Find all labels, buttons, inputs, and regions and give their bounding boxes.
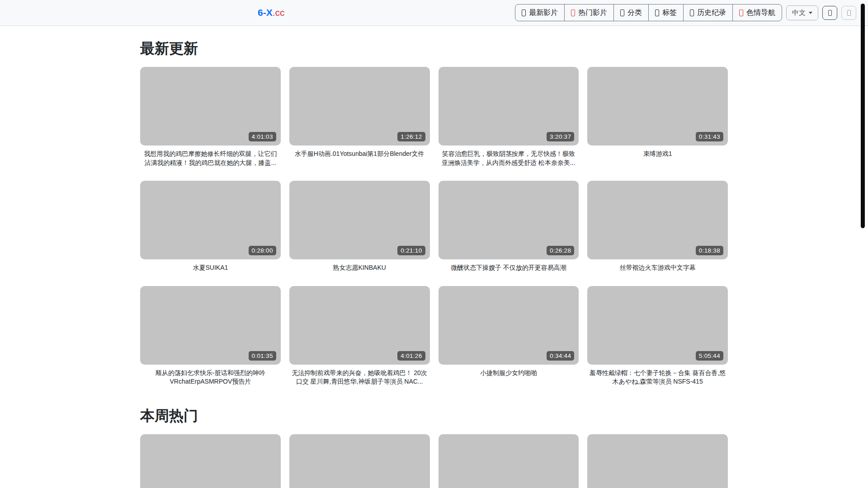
duration-badge: 4:01:26 — [397, 351, 425, 361]
video-title[interactable]: 无法抑制前戏带来的兴奋，她吸吮着鸡巴！ 20次口交 星川舞,青田悠华,神坂朋子等… — [289, 369, 430, 386]
video-thumbnail[interactable]: 0:01:35 — [140, 286, 281, 365]
chevron-down-icon — [809, 12, 812, 14]
video-thumbnail[interactable] — [140, 434, 281, 488]
placeholder-icon — [571, 9, 575, 16]
video-title[interactable]: 顺从的荡妇乞求快乐-脏话和强烈的呻吟 VRchatErpASMRPOV预告片 — [140, 369, 281, 386]
vertical-scrollbar-thumb[interactable] — [861, 4, 865, 228]
video-thumbnail[interactable]: 4:01:26 — [289, 286, 430, 365]
video-card[interactable] — [289, 434, 430, 488]
video-title[interactable]: 我想用我的鸡巴摩擦她修长纤细的双腿，让它们沾满我的精液！我的鸡巴就在她的大腿，膝… — [140, 150, 281, 167]
video-title[interactable]: 微醺状态下操嫂子 不仅放的开更容易高潮 — [439, 263, 579, 272]
duration-badge: 5:05:44 — [696, 351, 723, 361]
duration-badge: 0:31:43 — [696, 132, 723, 141]
main-content: 最新更新4:01:03我想用我的鸡巴摩擦她修长纤细的双腿，让它们沾满我的精液！我… — [140, 39, 728, 488]
video-thumbnail[interactable]: 0:34:44 — [439, 286, 579, 365]
nav-button-hot[interactable]: 热门影片 — [564, 4, 614, 21]
video-card[interactable]: 0:31:43束缚游戏1 — [587, 67, 728, 167]
nav-button-nav-links[interactable]: 色情导航 — [732, 4, 782, 21]
video-thumbnail[interactable] — [439, 434, 579, 488]
nav-button-label: 最新影片 — [529, 8, 558, 18]
duration-badge: 0:34:44 — [547, 351, 574, 361]
video-thumbnail[interactable]: 0:18:38 — [587, 181, 728, 259]
video-title[interactable]: 小捷制服少女约啪啪 — [439, 369, 579, 378]
video-title[interactable]: 熟女志愿KINBAKU — [289, 263, 430, 272]
site-logo-suffix: .cc — [273, 7, 285, 18]
nav-button-label: 色情导航 — [746, 8, 775, 18]
duration-badge: 4:01:03 — [249, 132, 276, 141]
video-thumbnail[interactable]: 3:20:37 — [439, 67, 579, 145]
duration-badge: 0:18:38 — [696, 246, 723, 255]
duration-badge: 0:26:28 — [547, 246, 574, 255]
video-card[interactable]: 0:01:35顺从的荡妇乞求快乐-脏话和强烈的呻吟 VRchatErpASMRP… — [140, 286, 281, 386]
video-title[interactable]: 束缚游戏1 — [587, 150, 728, 159]
video-card[interactable]: 0:21:10熟女志愿KINBAKU — [289, 181, 430, 272]
video-card[interactable]: 1:26:12水手服H动画.01Yotsunbai第1部分Blender文件 — [289, 67, 430, 167]
nav-button-label: 分类 — [627, 8, 642, 18]
video-card[interactable]: 4:01:03我想用我的鸡巴摩擦她修长纤细的双腿，让它们沾满我的精液！我的鸡巴就… — [140, 67, 281, 167]
video-title[interactable]: 水夏SUIKA1 — [140, 263, 281, 272]
video-section: 最新更新4:01:03我想用我的鸡巴摩擦她修长纤细的双腿，让它们沾满我的精液！我… — [140, 39, 728, 400]
video-card[interactable]: 0:18:38丝带褶边火车游戏中文字幕 — [587, 181, 728, 272]
video-thumbnail[interactable]: 0:28:00 — [140, 181, 281, 259]
video-section: 本周热门 — [140, 406, 728, 488]
video-card[interactable]: 0:26:28微醺状态下操嫂子 不仅放的开更容易高潮 — [439, 181, 579, 272]
video-card[interactable] — [587, 434, 728, 488]
duration-badge: 3:20:37 — [547, 132, 574, 141]
video-title[interactable]: 笑容治愈巨乳，极致阴茎按摩，无尽快感！极致亚洲焕活美学，从内而外感受舒适 松本奈… — [439, 150, 579, 167]
video-grid — [140, 434, 728, 488]
video-thumbnail[interactable]: 4:01:03 — [140, 67, 281, 145]
video-thumbnail[interactable]: 1:26:12 — [289, 67, 430, 145]
placeholder-icon — [690, 9, 694, 16]
site-logo[interactable]: 6-X.cc — [258, 0, 285, 25]
video-title[interactable]: 羞辱性戴绿帽：七个妻子轮换－合集 葵百合香,悠木あやね,森萤等演员 NSFS-4… — [587, 369, 728, 386]
nav-button-group: 最新影片 热门影片 分类 标签 历史纪录 色情导航 — [515, 4, 782, 21]
placeholder-icon — [739, 9, 743, 16]
video-card[interactable] — [439, 434, 579, 488]
placeholder-icon — [847, 10, 851, 16]
duration-badge: 1:26:12 — [397, 132, 425, 141]
nav-button-tags[interactable]: 标签 — [648, 4, 684, 21]
video-card[interactable]: 0:34:44小捷制服少女约啪啪 — [439, 286, 579, 386]
placeholder-icon — [620, 9, 624, 16]
video-title[interactable]: 水手服H动画.01Yotsunbai第1部分Blender文件 — [289, 150, 430, 159]
section-title: 本周热门 — [140, 406, 728, 426]
duration-badge: 0:28:00 — [249, 246, 276, 255]
video-thumbnail[interactable] — [587, 434, 728, 488]
placeholder-icon — [655, 9, 659, 16]
nav-button-history[interactable]: 历史纪录 — [683, 4, 733, 21]
nav-button-label: 热门影片 — [578, 8, 607, 18]
video-thumbnail[interactable]: 0:21:10 — [289, 181, 430, 259]
duration-badge: 0:01:35 — [249, 351, 276, 361]
header-icon-button-1[interactable] — [822, 6, 837, 20]
nav-button-label: 历史纪录 — [697, 8, 726, 18]
video-grid: 4:01:03我想用我的鸡巴摩擦她修长纤细的双腿，让它们沾满我的精液！我的鸡巴就… — [140, 67, 728, 400]
top-navbar: 6-X.cc 最新影片 热门影片 分类 标签 历史纪录 — [0, 0, 868, 26]
language-dropdown-label: 中文 — [792, 9, 806, 17]
nav-button-latest[interactable]: 最新影片 — [515, 4, 565, 21]
header-icon-button-2[interactable] — [841, 6, 856, 20]
video-card[interactable]: 0:28:00水夏SUIKA1 — [140, 181, 281, 272]
video-thumbnail[interactable] — [289, 434, 430, 488]
video-title[interactable]: 丝带褶边火车游戏中文字幕 — [587, 263, 728, 272]
navbar-actions: 最新影片 热门影片 分类 标签 历史纪录 色情导航 — [515, 0, 856, 25]
video-thumbnail[interactable]: 5:05:44 — [587, 286, 728, 365]
placeholder-icon — [522, 9, 526, 16]
video-card[interactable]: 5:05:44羞辱性戴绿帽：七个妻子轮换－合集 葵百合香,悠木あやね,森萤等演员… — [587, 286, 728, 386]
nav-button-label: 标签 — [662, 8, 677, 18]
placeholder-icon — [828, 10, 832, 16]
video-card[interactable]: 4:01:26无法抑制前戏带来的兴奋，她吸吮着鸡巴！ 20次口交 星川舞,青田悠… — [289, 286, 430, 386]
nav-button-categories[interactable]: 分类 — [613, 4, 649, 21]
video-thumbnail[interactable]: 0:26:28 — [439, 181, 579, 259]
duration-badge: 0:21:10 — [397, 246, 425, 255]
site-logo-primary: 6-X — [258, 7, 273, 18]
language-dropdown[interactable]: 中文 — [786, 5, 818, 20]
video-card[interactable] — [140, 434, 281, 488]
section-title: 最新更新 — [140, 39, 728, 59]
video-thumbnail[interactable]: 0:31:43 — [587, 67, 728, 145]
video-card[interactable]: 3:20:37笑容治愈巨乳，极致阴茎按摩，无尽快感！极致亚洲焕活美学，从内而外感… — [439, 67, 579, 167]
